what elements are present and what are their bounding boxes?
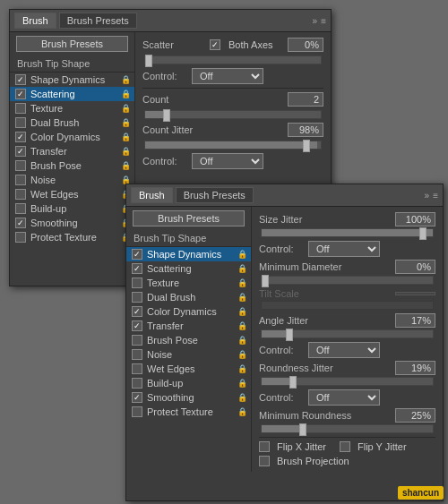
- back-item-wet-edges[interactable]: Wet Edges 🔒: [10, 187, 134, 201]
- back-lock-6: 🔒: [121, 161, 131, 170]
- size-jitter-handle[interactable]: [419, 227, 426, 240]
- front-item-texture[interactable]: Texture 🔒: [126, 276, 251, 290]
- front-check-color-dynamics[interactable]: [132, 306, 142, 317]
- front-check-wet-edges[interactable]: [132, 363, 142, 374]
- angle-jitter-value[interactable]: 17%: [395, 313, 435, 328]
- back-check-scattering[interactable]: [15, 89, 26, 99]
- min-roundness-handle[interactable]: [299, 423, 306, 436]
- back-item-noise[interactable]: Noise 🔒: [10, 173, 134, 187]
- front-check-smoothing[interactable]: [132, 392, 142, 403]
- front-lock-7: 🔒: [237, 350, 247, 359]
- roundness-jitter-slider[interactable]: [261, 377, 434, 386]
- front-tab-brush[interactable]: Brush: [131, 187, 173, 203]
- front-check-buildup[interactable]: [132, 378, 142, 389]
- min-roundness-slider[interactable]: [261, 424, 434, 433]
- front-item-shape-dynamics[interactable]: Shape Dynamics 🔒: [126, 247, 251, 261]
- count-control-select[interactable]: Off: [192, 153, 263, 169]
- back-item-brush-pose[interactable]: Brush Pose 🔒: [10, 158, 134, 173]
- back-item-smoothing[interactable]: Smoothing 🔒: [10, 216, 134, 230]
- back-check-wet-edges[interactable]: [15, 189, 26, 200]
- front-item-brush-pose[interactable]: Brush Pose 🔒: [126, 333, 251, 347]
- flip-x-checkbox[interactable]: [259, 441, 270, 452]
- back-item-dual-brush[interactable]: Dual Brush 🔒: [10, 115, 134, 130]
- front-check-dual-brush[interactable]: [132, 292, 142, 303]
- back-check-brush-pose[interactable]: [15, 160, 26, 171]
- size-jitter-slider[interactable]: [261, 228, 434, 237]
- front-lock-6: 🔒: [237, 336, 247, 345]
- flip-y-checkbox[interactable]: [340, 441, 350, 452]
- angle-jitter-control-select[interactable]: Off: [308, 342, 380, 358]
- back-item-color-dynamics[interactable]: Color Dynamics 🔒: [10, 130, 134, 144]
- front-check-protect-texture[interactable]: [132, 406, 142, 417]
- front-check-brush-pose[interactable]: [132, 335, 142, 346]
- scatter-slider[interactable]: [144, 56, 322, 64]
- angle-jitter-ctrl-label: Control:: [259, 345, 304, 355]
- back-check-noise[interactable]: [15, 175, 26, 185]
- min-diameter-value[interactable]: 0%: [395, 260, 435, 274]
- min-diameter-slider[interactable]: [261, 276, 434, 285]
- scatter-slider-wrapper: [142, 56, 323, 64]
- scatter-control-select[interactable]: Off: [192, 68, 263, 84]
- tilt-scale-row: Tilt Scale: [259, 288, 435, 299]
- back-item-transfer[interactable]: Transfer 🔒: [10, 144, 134, 158]
- front-item-dual-brush[interactable]: Dual Brush 🔒: [126, 290, 251, 304]
- front-check-noise[interactable]: [132, 349, 142, 360]
- back-check-color-dynamics[interactable]: [15, 132, 26, 142]
- brush-projection-checkbox[interactable]: [259, 456, 270, 466]
- front-check-transfer[interactable]: [132, 320, 142, 331]
- count-jitter-handle[interactable]: [303, 140, 310, 152]
- size-jitter-control-select[interactable]: Off: [308, 241, 380, 257]
- angle-jitter-handle[interactable]: [286, 329, 293, 341]
- back-item-texture[interactable]: Texture 🔒: [10, 101, 134, 115]
- front-check-scattering[interactable]: [132, 263, 142, 274]
- front-item-color-dynamics[interactable]: Color Dynamics 🔒: [126, 304, 251, 319]
- front-item-smoothing[interactable]: Smoothing 🔒: [126, 390, 251, 405]
- roundness-jitter-control-select[interactable]: Off: [308, 389, 380, 406]
- front-brush-presets-button[interactable]: Brush Presets: [133, 210, 245, 226]
- front-item-scattering[interactable]: Scattering 🔒: [126, 261, 251, 276]
- back-lock-4: 🔒: [121, 132, 131, 141]
- count-handle[interactable]: [163, 109, 170, 122]
- back-tab-presets[interactable]: Brush Presets: [59, 13, 137, 29]
- expand-icon: »: [313, 16, 318, 26]
- front-item-noise[interactable]: Noise 🔒: [126, 347, 251, 362]
- back-label-smoothing: Smoothing: [30, 218, 121, 228]
- back-item-buildup[interactable]: Build-up 🔒: [10, 201, 134, 216]
- back-check-texture[interactable]: [15, 103, 26, 114]
- roundness-jitter-value[interactable]: 19%: [395, 361, 435, 375]
- scatter-value[interactable]: 0%: [288, 38, 323, 52]
- front-tab-presets[interactable]: Brush Presets: [176, 187, 254, 203]
- back-item-protect-texture[interactable]: Protect Texture 🔒: [10, 230, 134, 244]
- back-check-shape-dynamics[interactable]: [15, 74, 26, 85]
- back-check-protect-texture[interactable]: [15, 232, 26, 243]
- both-axes-checkbox[interactable]: [210, 39, 220, 50]
- min-diameter-handle[interactable]: [262, 275, 269, 287]
- back-label-shape-dynamics: Shape Dynamics: [30, 74, 121, 85]
- back-tab-brush[interactable]: Brush: [14, 13, 56, 29]
- front-item-protect-texture[interactable]: Protect Texture 🔒: [126, 405, 251, 419]
- roundness-jitter-handle[interactable]: [289, 376, 297, 389]
- front-check-shape-dynamics[interactable]: [132, 249, 142, 260]
- front-item-buildup[interactable]: Build-up 🔒: [126, 376, 251, 390]
- back-check-buildup[interactable]: [15, 203, 26, 214]
- count-value[interactable]: 2: [288, 92, 323, 107]
- min-roundness-value[interactable]: 25%: [395, 408, 435, 423]
- back-brush-presets-button[interactable]: Brush Presets: [16, 36, 128, 52]
- back-check-smoothing[interactable]: [15, 218, 26, 228]
- size-jitter-ctrl-label: Control:: [259, 243, 304, 254]
- count-slider[interactable]: [144, 110, 322, 119]
- back-item-scattering[interactable]: Scattering 🔒: [10, 87, 134, 101]
- back-check-dual-brush[interactable]: [15, 117, 26, 128]
- front-item-transfer[interactable]: Transfer 🔒: [126, 319, 251, 333]
- count-jitter-value[interactable]: 98%: [288, 123, 323, 137]
- front-item-wet-edges[interactable]: Wet Edges 🔒: [126, 362, 251, 376]
- back-check-transfer[interactable]: [15, 146, 26, 157]
- angle-jitter-slider[interactable]: [261, 329, 434, 338]
- min-diameter-slider-wrap: [259, 276, 435, 285]
- count-jitter-slider[interactable]: [144, 141, 322, 149]
- back-item-shape-dynamics[interactable]: Shape Dynamics 🔒: [10, 73, 134, 87]
- front-check-texture[interactable]: [132, 278, 142, 288]
- scatter-slider-handle[interactable]: [145, 55, 152, 67]
- front-section-title: Brush Tip Shape: [126, 230, 251, 247]
- size-jitter-value[interactable]: 100%: [395, 212, 435, 226]
